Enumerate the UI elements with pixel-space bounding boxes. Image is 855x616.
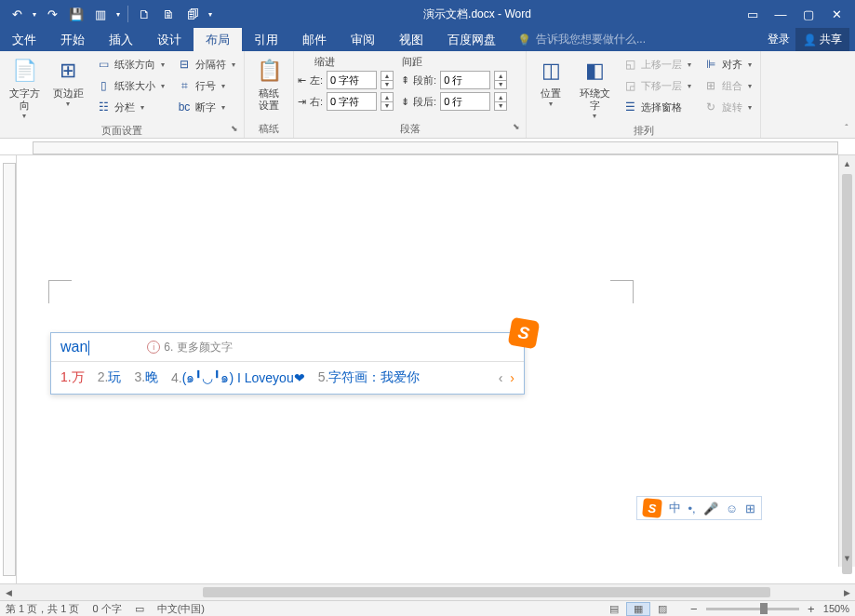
tab-references[interactable]: 引用 [242, 28, 290, 51]
horizontal-ruler[interactable] [0, 139, 855, 155]
maximize-button[interactable]: ▢ [795, 3, 822, 25]
size-button[interactable]: ▯纸张大小▾ [91, 75, 169, 96]
scroll-right-button[interactable]: ▶ [838, 584, 855, 600]
save-button[interactable]: 💾 [65, 3, 87, 25]
indent-left-input[interactable] [327, 71, 377, 89]
tab-file[interactable]: 文件 [0, 28, 48, 51]
tab-home[interactable]: 开始 [48, 28, 97, 51]
minimize-button[interactable]: — [768, 3, 794, 25]
tab-baidu[interactable]: 百度网盘 [435, 28, 508, 51]
columns-button[interactable]: ☷分栏▾ [91, 97, 169, 117]
ime-punct-toggle[interactable]: •, [688, 502, 696, 516]
zoom-level[interactable]: 150% [823, 603, 849, 614]
tab-design[interactable]: 设计 [145, 28, 194, 51]
margins-button[interactable]: ⊞ 页边距 ▾ [47, 54, 88, 110]
indent-right-input[interactable] [327, 92, 377, 111]
ime-candidate-1[interactable]: 1.万 [60, 369, 85, 386]
ribbon-options-button[interactable]: ▭ [740, 3, 766, 25]
ime-toolbar: S 中 •, 🎤 ☺ ⊞ [636, 496, 762, 520]
qat-button-4[interactable]: ▥ [89, 3, 112, 25]
align-button[interactable]: ⊫对齐▾ [699, 54, 756, 74]
wrap-text-button[interactable]: ◧ 环绕文字 ▾ [574, 54, 615, 122]
scroll-up-button[interactable]: ▲ [839, 155, 855, 172]
tab-view[interactable]: 视图 [387, 28, 435, 51]
redo-button[interactable]: ↷ [41, 3, 63, 25]
spacing-after-input[interactable] [440, 92, 490, 111]
page-canvas[interactable]: S wan i6. 更多颜文字 1.万 2.玩 3.晚 4.(๑╹◡╹๑) I … [17, 155, 838, 567]
ime-candidate-5[interactable]: 5.字符画：我爱你 [318, 369, 421, 386]
ime-next-page[interactable]: › [510, 370, 514, 385]
position-button[interactable]: ◫ 位置 ▾ [530, 54, 571, 110]
zoom-out-button[interactable]: − [688, 602, 701, 616]
text-direction-button[interactable]: 📄 文字方向 ▾ [4, 54, 45, 122]
manuscript-button[interactable]: 📋 稿纸 设置 [248, 54, 289, 114]
share-icon: 👤 [803, 33, 817, 47]
spacing-after-spinner[interactable]: ▲▼ [494, 92, 507, 111]
view-buttons: ▤ ▦ ▨ [602, 602, 675, 616]
orientation-button[interactable]: ▭纸张方向▾ [91, 54, 169, 74]
status-proofing[interactable]: ▭ [135, 603, 144, 615]
tab-mailings[interactable]: 邮件 [290, 28, 339, 51]
hyphenation-button[interactable]: bc断字▾ [172, 97, 240, 117]
horizontal-scrollbar[interactable]: ◀ ▶ [0, 583, 855, 600]
ime-emoji-button[interactable]: ☺ [726, 502, 738, 516]
line-numbers-button[interactable]: ⌗行号▾ [172, 75, 240, 96]
tab-layout[interactable]: 布局 [194, 28, 242, 51]
horizontal-scroll-track[interactable] [17, 584, 838, 600]
status-page[interactable]: 第 1 页，共 1 页 [6, 602, 79, 616]
scroll-down-button[interactable]: ▼ [839, 550, 855, 567]
ime-candidate-2[interactable]: 2.玩 [98, 369, 122, 386]
vertical-ruler[interactable] [0, 155, 17, 583]
undo-button[interactable]: ↶ [6, 3, 28, 25]
indent-left-icon: ⇤ [298, 74, 306, 87]
spacing-before-input[interactable] [440, 71, 490, 89]
rotate-icon: ↻ [703, 100, 718, 114]
qat-button-6[interactable]: 🗎 [157, 3, 180, 25]
page-setup-launcher[interactable]: ⬊ [231, 124, 238, 133]
qat-button-5[interactable]: 🗋 [133, 3, 155, 25]
tab-insert[interactable]: 插入 [97, 28, 145, 51]
qat-dropdown-7[interactable]: ▾ [206, 3, 215, 25]
view-print-layout[interactable]: ▦ [626, 602, 650, 616]
horizontal-scroll-thumb[interactable] [203, 587, 770, 597]
tell-me-search[interactable]: 💡 告诉我您想要做什么... [508, 28, 768, 51]
orientation-icon: ▭ [96, 57, 111, 72]
indent-right-spinner[interactable]: ▲▼ [381, 92, 394, 111]
qat-button-7[interactable]: 🗐 [181, 3, 204, 25]
ime-prev-page[interactable]: ‹ [499, 370, 503, 385]
scroll-left-button[interactable]: ◀ [0, 584, 17, 600]
ime-mic-button[interactable]: 🎤 [703, 502, 718, 516]
status-words[interactable]: 0 个字 [92, 602, 121, 616]
ime-more-option[interactable]: i6. 更多颜文字 [147, 340, 232, 355]
view-web-layout[interactable]: ▨ [650, 602, 675, 616]
ime-more-button[interactable]: ⊞ [745, 502, 755, 516]
zoom-slider-track[interactable] [706, 608, 799, 610]
zoom-slider-thumb[interactable] [760, 603, 768, 614]
selection-pane-button[interactable]: ☰选择窗格 [618, 97, 696, 117]
paragraph-launcher[interactable]: ⬊ [513, 122, 520, 131]
view-read-mode[interactable]: ▤ [602, 602, 626, 616]
sogou-toolbar-logo-icon[interactable]: S [642, 498, 662, 518]
qat-dropdown-4[interactable]: ▾ [114, 3, 123, 25]
ime-candidate-list: 1.万 2.玩 3.晚 4.(๑╹◡╹๑) I Loveyou❤ 5.字符画：我… [51, 362, 524, 394]
close-button[interactable]: ✕ [823, 3, 849, 25]
zoom-in-button[interactable]: + [805, 602, 818, 616]
indent-left-spinner[interactable]: ▲▼ [381, 71, 394, 89]
tab-review[interactable]: 审阅 [339, 28, 387, 51]
collapse-ribbon-button[interactable]: ˆ [838, 51, 855, 138]
status-language[interactable]: 中文(中国) [157, 602, 205, 616]
spacing-before-spinner[interactable]: ▲▼ [494, 71, 507, 89]
ime-candidate-3[interactable]: 3.晚 [134, 369, 158, 386]
ime-candidate-4[interactable]: 4.(๑╹◡╹๑) I Loveyou❤ [171, 368, 305, 388]
undo-dropdown[interactable]: ▾ [30, 3, 39, 25]
ime-lang-toggle[interactable]: 中 [669, 500, 681, 516]
hyphenation-icon: bc [177, 100, 192, 114]
login-link[interactable]: 登录 [768, 32, 790, 47]
indent-header: 缩进 [298, 54, 335, 69]
breaks-button[interactable]: ⊟分隔符▾ [172, 54, 240, 74]
align-label: 对齐 [722, 58, 742, 72]
vertical-scrollbar[interactable]: ▲ ▼ [838, 155, 855, 567]
info-icon: i [147, 341, 160, 354]
vertical-scroll-thumb[interactable] [842, 174, 852, 574]
share-button[interactable]: 👤 共享 [795, 28, 849, 51]
